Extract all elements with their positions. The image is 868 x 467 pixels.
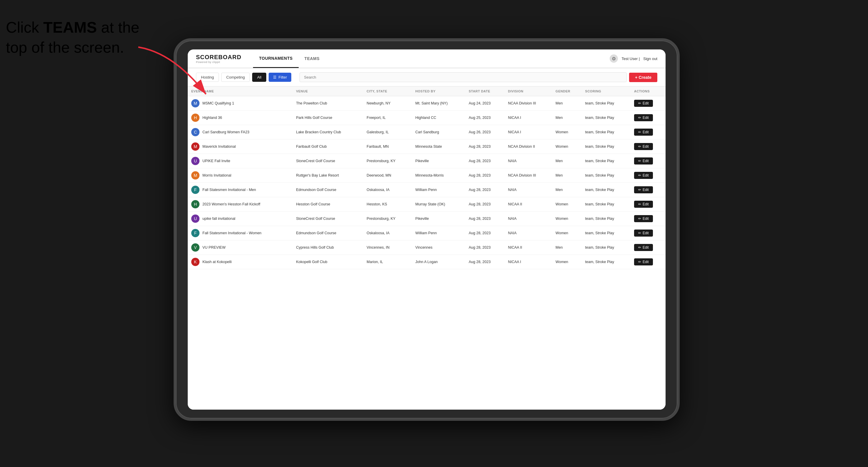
actions-cell: ✏ Edit bbox=[630, 125, 665, 139]
venue-cell: Ruttger's Bay Lake Resort bbox=[292, 168, 363, 183]
app-container: SCOREBOARD Powered by clippit TOURNAMENT… bbox=[188, 50, 665, 410]
start-date-cell: Aug 28, 2023 bbox=[465, 197, 504, 212]
table-row: M Maverick Invitational Faribault Golf C… bbox=[188, 139, 665, 154]
event-name-cell: M Maverick Invitational bbox=[188, 139, 292, 154]
start-date-cell: Aug 28, 2023 bbox=[465, 168, 504, 183]
actions-cell: ✏ Edit bbox=[630, 255, 665, 269]
gender-cell: Women bbox=[552, 226, 581, 241]
actions-cell: ✏ Edit bbox=[630, 96, 665, 111]
venue-cell: Edmundson Golf Course bbox=[292, 183, 363, 197]
edit-label: Edit bbox=[643, 159, 649, 163]
table-row: V VU PREVIEW Cypress Hills Golf ClubVinc… bbox=[188, 241, 665, 255]
scoring-cell: team, Stroke Play bbox=[582, 183, 630, 197]
venue-cell: StoneCrest Golf Course bbox=[292, 212, 363, 226]
edit-pencil-icon: ✏ bbox=[638, 145, 641, 149]
event-name: Fall Statesmen Invitational - Men bbox=[203, 188, 256, 192]
actions-cell: ✏ Edit bbox=[630, 183, 665, 197]
search-input[interactable] bbox=[300, 72, 627, 82]
edit-button[interactable]: ✏ Edit bbox=[634, 100, 653, 107]
edit-label: Edit bbox=[643, 202, 649, 206]
gender-cell: Women bbox=[552, 197, 581, 212]
event-icon: V bbox=[191, 243, 199, 252]
event-name-cell: M Morris Invitational bbox=[188, 168, 292, 183]
edit-label: Edit bbox=[643, 245, 649, 250]
edit-button[interactable]: ✏ Edit bbox=[634, 229, 653, 237]
event-name: Maverick Invitational bbox=[203, 145, 236, 149]
event-icon: H bbox=[191, 200, 199, 208]
edit-label: Edit bbox=[643, 145, 649, 149]
event-name: Highland 36 bbox=[203, 116, 222, 120]
division-cell: NICAA I bbox=[504, 125, 552, 139]
event-name: 2023 Women's Hesston Fall Kickoff bbox=[203, 202, 260, 206]
edit-pencil-icon: ✏ bbox=[638, 202, 641, 206]
scoring-cell: team, Stroke Play bbox=[582, 168, 630, 183]
edit-button[interactable]: ✏ Edit bbox=[634, 172, 653, 179]
search-box bbox=[300, 72, 627, 82]
scoring-cell: team, Stroke Play bbox=[582, 255, 630, 269]
hosted-by-cell: Minnesota State bbox=[412, 139, 465, 154]
city-state-cell: Newburgh, NY bbox=[363, 96, 412, 111]
actions-cell: ✏ Edit bbox=[630, 226, 665, 241]
event-name-cell: F Fall Statesmen Invitational - Men bbox=[188, 183, 292, 197]
hosting-filter-btn[interactable]: Hosting bbox=[196, 73, 219, 82]
col-city-state: CITY, STATE bbox=[363, 87, 412, 96]
event-icon: F bbox=[191, 229, 199, 237]
division-cell: NCAA Division III bbox=[504, 168, 552, 183]
app-logo: SCOREBOARD Powered by clippit bbox=[196, 54, 241, 64]
create-button[interactable]: + Create bbox=[629, 73, 657, 82]
edit-button[interactable]: ✏ Edit bbox=[634, 143, 653, 150]
edit-label: Edit bbox=[643, 116, 649, 120]
filter-icon: ☰ bbox=[273, 75, 277, 80]
filter-icon-btn[interactable]: ☰ Filter bbox=[269, 73, 291, 82]
venue-cell: Cypress Hills Golf Club bbox=[292, 241, 363, 255]
edit-button[interactable]: ✏ Edit bbox=[634, 244, 653, 251]
header-signout[interactable]: Sign out bbox=[643, 57, 657, 61]
nav-tournaments[interactable]: TOURNAMENTS bbox=[253, 50, 298, 68]
edit-button[interactable]: ✏ Edit bbox=[634, 129, 653, 136]
event-name: upike fall invitational bbox=[203, 217, 236, 221]
instruction-text: Click TEAMS at thetop of the screen. bbox=[6, 18, 140, 57]
edit-button[interactable]: ✏ Edit bbox=[634, 186, 653, 193]
venue-cell: Lake Bracken Country Club bbox=[292, 125, 363, 139]
nav-teams[interactable]: TEAMS bbox=[299, 50, 326, 68]
start-date-cell: Aug 28, 2023 bbox=[465, 139, 504, 154]
division-cell: NICAA I bbox=[504, 255, 552, 269]
all-filter-btn[interactable]: All bbox=[252, 73, 266, 82]
city-state-cell: Oskaloosa, IA bbox=[363, 226, 412, 241]
edit-pencil-icon: ✏ bbox=[638, 101, 641, 105]
competing-filter-btn[interactable]: Competing bbox=[221, 73, 250, 82]
gender-cell: Men bbox=[552, 168, 581, 183]
start-date-cell: Aug 28, 2023 bbox=[465, 241, 504, 255]
edit-button[interactable]: ✏ Edit bbox=[634, 114, 653, 121]
col-gender: GENDER bbox=[552, 87, 581, 96]
event-icon: U bbox=[191, 157, 199, 165]
edit-label: Edit bbox=[643, 130, 649, 134]
actions-cell: ✏ Edit bbox=[630, 197, 665, 212]
division-cell: NAIA bbox=[504, 212, 552, 226]
col-venue: VENUE bbox=[292, 87, 363, 96]
actions-cell: ✏ Edit bbox=[630, 212, 665, 226]
header-user: Test User | bbox=[621, 57, 640, 61]
scoring-cell: team, Stroke Play bbox=[582, 241, 630, 255]
division-cell: NICAA II bbox=[504, 241, 552, 255]
gender-cell: Women bbox=[552, 212, 581, 226]
hosted-by-cell: Minnesota-Morris bbox=[412, 168, 465, 183]
table-row: F Fall Statesmen Invitational - Men Edmu… bbox=[188, 183, 665, 197]
event-name: UPIKE Fall Invite bbox=[203, 159, 230, 163]
scoring-cell: team, Stroke Play bbox=[582, 139, 630, 154]
event-icon: M bbox=[191, 143, 199, 151]
division-cell: NCAA Division II bbox=[504, 139, 552, 154]
hosted-by-cell: Murray State (OK) bbox=[412, 197, 465, 212]
gender-cell: Men bbox=[552, 111, 581, 125]
gender-cell: Women bbox=[552, 255, 581, 269]
venue-cell: Faribault Golf Club bbox=[292, 139, 363, 154]
edit-label: Edit bbox=[643, 260, 649, 264]
city-state-cell: Hesston, KS bbox=[363, 197, 412, 212]
table-row: M Morris Invitational Ruttger's Bay Lake… bbox=[188, 168, 665, 183]
edit-button[interactable]: ✏ Edit bbox=[634, 215, 653, 222]
settings-icon[interactable]: ⚙ bbox=[610, 55, 618, 63]
edit-button[interactable]: ✏ Edit bbox=[634, 258, 653, 266]
edit-button[interactable]: ✏ Edit bbox=[634, 157, 653, 164]
edit-button[interactable]: ✏ Edit bbox=[634, 201, 653, 208]
event-name-cell: H 2023 Women's Hesston Fall Kickoff bbox=[188, 197, 292, 212]
